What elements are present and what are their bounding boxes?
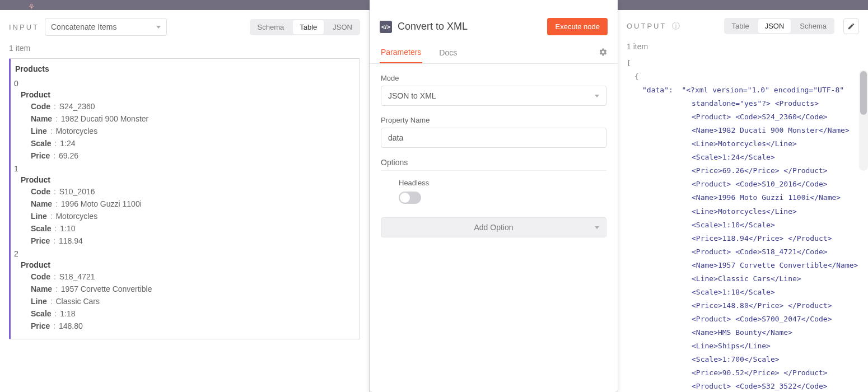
input-body[interactable]: Products 0ProductCode : S24_2360Name : 1… xyxy=(0,58,369,392)
json-xml-string: "<?xml version="1.0" encoding="UTF-8" st… xyxy=(682,86,858,392)
execute-node-button[interactable]: Execute node xyxy=(547,18,608,35)
workflow-icon: ⚘ xyxy=(28,2,35,11)
node-title: Convert to XML xyxy=(398,21,542,32)
input-title: INPUT xyxy=(9,23,39,31)
product-index: 2 xyxy=(11,247,360,259)
add-option-label: Add Option xyxy=(474,223,513,232)
json-key-data: "data": xyxy=(642,86,673,94)
product-field-price: Price : 69.26 xyxy=(11,150,360,162)
product-index: 1 xyxy=(11,162,360,174)
propname-value: data xyxy=(388,133,403,142)
products-container: Products 0ProductCode : S24_2360Name : 1… xyxy=(9,58,360,339)
input-item-count: 1 item xyxy=(0,44,369,58)
product-field-price: Price : 148.80 xyxy=(11,320,360,332)
input-view-table[interactable]: Table xyxy=(293,20,324,34)
product-field-price: Price : 118.94 xyxy=(11,235,360,247)
xml-node-icon: </> xyxy=(380,21,392,33)
chevron-down-icon xyxy=(595,95,599,97)
product-field-code: Code : S10_2016 xyxy=(11,185,360,198)
mode-select[interactable]: JSON to XML xyxy=(381,86,606,106)
product-field-code: Code : S18_4721 xyxy=(11,270,360,283)
tab-parameters[interactable]: Parameters xyxy=(380,42,422,63)
output-view-table[interactable]: Table xyxy=(724,18,757,34)
output-title: OUTPUT xyxy=(627,22,666,30)
product-label: Product xyxy=(11,89,360,100)
product-label: Product xyxy=(11,174,360,185)
scrollbar-track[interactable] xyxy=(859,70,868,171)
output-item-count: 1 item xyxy=(618,42,868,57)
product-field-line: Line : Motorcycles xyxy=(11,125,360,137)
output-view-segmented: Table JSON Schema xyxy=(724,18,834,34)
input-panel: INPUT Concatenate Items Schema Table JSO… xyxy=(0,0,370,392)
product-label: Product xyxy=(11,259,360,270)
edit-output-button[interactable] xyxy=(843,18,859,34)
gear-icon[interactable] xyxy=(599,43,608,63)
info-icon[interactable]: ⓘ xyxy=(672,21,680,31)
json-open-array: [ xyxy=(627,59,631,67)
output-view-schema[interactable]: Schema xyxy=(792,18,834,34)
product-field-line: Line : Motorcycles xyxy=(11,210,360,222)
product-field-code: Code : S24_2360 xyxy=(11,100,360,113)
node-config-panel: </> Convert to XML Execute node Paramete… xyxy=(370,0,618,392)
mode-label: Mode xyxy=(381,74,606,82)
json-open-object: { xyxy=(634,72,639,81)
options-heading: Options xyxy=(381,158,606,171)
product-field-scale: Scale : 1:24 xyxy=(11,137,360,150)
output-panel: OUTPUT ⓘ Table JSON Schema 1 item [ { "d… xyxy=(618,0,868,392)
products-heading: Products xyxy=(11,64,360,77)
product-field-name: Name : 1957 Corvette Convertible xyxy=(11,283,360,295)
input-node-select-value: Concatenate Items xyxy=(51,22,117,31)
product-field-line: Line : Classic Cars xyxy=(11,295,360,307)
input-view-segmented: Schema Table JSON xyxy=(250,19,360,35)
toggle-knob xyxy=(400,193,410,203)
product-field-name: Name : 1982 Ducati 900 Monster xyxy=(11,113,360,125)
propname-label: Property Name xyxy=(381,116,606,124)
product-index: 0 xyxy=(11,77,360,89)
input-view-json[interactable]: JSON xyxy=(325,19,360,35)
input-view-schema[interactable]: Schema xyxy=(250,19,292,35)
product-field-scale: Scale : 1:10 xyxy=(11,222,360,235)
headless-label: Headless xyxy=(399,179,606,187)
headless-toggle[interactable] xyxy=(399,192,421,204)
output-view-json[interactable]: JSON xyxy=(758,19,791,33)
chevron-down-icon xyxy=(156,26,161,29)
add-option-button[interactable]: Add Option xyxy=(381,217,606,237)
propname-input[interactable]: data xyxy=(381,128,606,148)
input-node-select[interactable]: Concatenate Items xyxy=(45,18,167,36)
product-field-scale: Scale : 1:18 xyxy=(11,307,360,320)
mode-value: JSON to XML xyxy=(388,91,436,100)
product-field-name: Name : 1996 Moto Guzzi 1100i xyxy=(11,198,360,210)
output-json-body[interactable]: [ { "data": "<?xml version="1.0" encodin… xyxy=(618,57,868,392)
chevron-down-icon xyxy=(595,226,599,229)
tab-docs[interactable]: Docs xyxy=(438,43,458,63)
scrollbar-thumb[interactable] xyxy=(860,71,867,115)
